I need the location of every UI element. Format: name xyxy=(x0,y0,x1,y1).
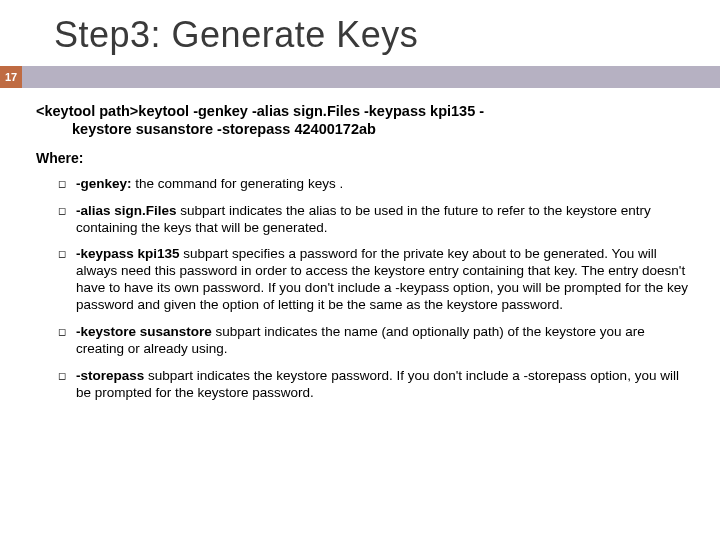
command-line-2: keystore susanstore -storepass 42400172a… xyxy=(36,120,692,138)
where-label: Where: xyxy=(36,146,692,176)
list-item-text: -storepass subpart indicates the keystor… xyxy=(76,368,692,402)
slide-title: Step3: Generate Keys xyxy=(0,0,720,66)
command-block: <keytool path>keytool -genkey -alias sig… xyxy=(36,102,692,146)
bullet-bold: -alias sign.Files xyxy=(76,203,177,218)
square-bullet-icon: ◻ xyxy=(58,203,76,219)
slide: Step3: Generate Keys 17 <keytool path>ke… xyxy=(0,0,720,540)
bullet-list: ◻ -genkey: the command for generating ke… xyxy=(36,176,692,402)
list-item-text: -genkey: the command for generating keys… xyxy=(76,176,692,193)
square-bullet-icon: ◻ xyxy=(58,176,76,192)
page-number: 17 xyxy=(0,66,22,88)
bullet-bold: -storepass xyxy=(76,368,144,383)
command-line-1: <keytool path>keytool -genkey -alias sig… xyxy=(36,103,484,119)
list-item-text: -keypass kpi135 subpart specifies a pass… xyxy=(76,246,692,314)
list-item: ◻ -keystore susanstore subpart indicates… xyxy=(58,324,692,358)
list-item-text: -keystore susanstore subpart indicates t… xyxy=(76,324,692,358)
accent-bar xyxy=(22,66,720,88)
bullet-bold: -keypass kpi135 xyxy=(76,246,180,261)
header-bar: 17 xyxy=(0,66,720,88)
square-bullet-icon: ◻ xyxy=(58,368,76,384)
bullet-rest: the command for generating keys . xyxy=(132,176,344,191)
square-bullet-icon: ◻ xyxy=(58,324,76,340)
list-item: ◻ -storepass subpart indicates the keyst… xyxy=(58,368,692,402)
list-item: ◻ -keypass kpi135 subpart specifies a pa… xyxy=(58,246,692,314)
content-area: <keytool path>keytool -genkey -alias sig… xyxy=(0,88,720,411)
list-item: ◻ -genkey: the command for generating ke… xyxy=(58,176,692,193)
bullet-bold: -keystore susanstore xyxy=(76,324,212,339)
bullet-rest: subpart indicates the keystore password.… xyxy=(76,368,679,400)
square-bullet-icon: ◻ xyxy=(58,246,76,262)
list-item-text: -alias sign.Files subpart indicates the … xyxy=(76,203,692,237)
bullet-bold: -genkey: xyxy=(76,176,132,191)
list-item: ◻ -alias sign.Files subpart indicates th… xyxy=(58,203,692,237)
